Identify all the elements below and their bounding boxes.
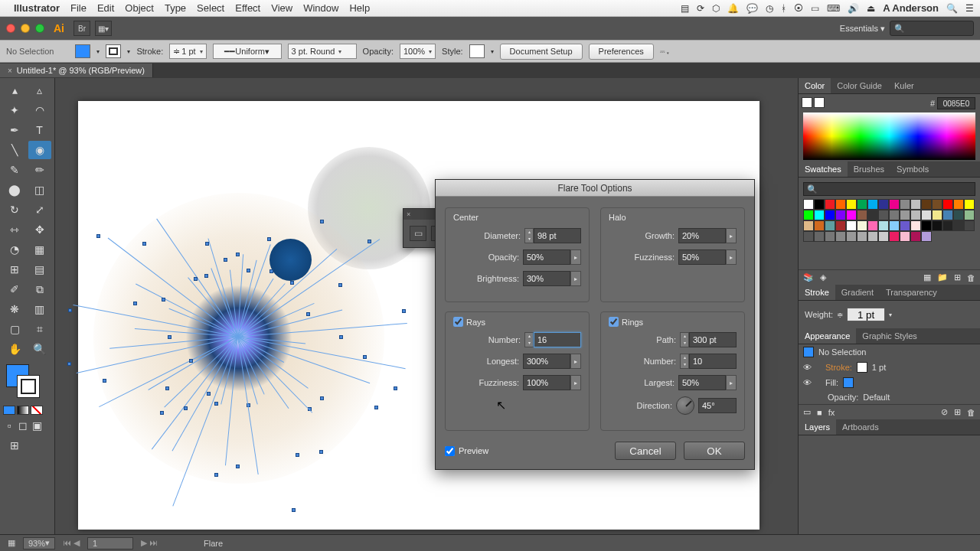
- popover-close-icon[interactable]: ×: [407, 210, 410, 218]
- tab-graphic-styles[interactable]: Graphic Styles: [856, 328, 923, 344]
- halo-fuzziness-input[interactable]: 50%▸: [678, 249, 737, 265]
- swatch[interactable]: [835, 231, 846, 242]
- swatch-grid[interactable]: [803, 199, 975, 242]
- tab-gradient[interactable]: Gradient: [835, 285, 880, 300]
- swatch[interactable]: [825, 210, 835, 220]
- stroke-swatch[interactable]: [106, 44, 121, 58]
- pencil-tool[interactable]: ✏: [28, 161, 51, 179]
- color-spectrum[interactable]: [803, 112, 975, 160]
- rings-direction-dial[interactable]: [676, 396, 694, 415]
- swatch-options-icon[interactable]: ▦: [923, 272, 931, 282]
- document-tab[interactable]: × Untitled-1* @ 93% (RGB/Preview): [0, 64, 153, 77]
- stroke-profile-select[interactable]: ━━ Uniform ▾: [213, 44, 282, 59]
- new-group-icon[interactable]: 📁: [937, 272, 948, 282]
- width-tool[interactable]: ⇿: [3, 220, 26, 239]
- clear-appearance-icon[interactable]: ⊘: [941, 407, 948, 417]
- screen-mode-normal[interactable]: ▫: [3, 419, 15, 432]
- tab-stroke[interactable]: Stroke: [799, 285, 835, 300]
- swatch[interactable]: [835, 210, 846, 220]
- swatch[interactable]: [964, 199, 975, 210]
- add-stroke-icon[interactable]: ▭: [803, 407, 811, 417]
- shape-builder-tool[interactable]: ◔: [3, 240, 26, 259]
- status-time-icon[interactable]: ◷: [766, 3, 773, 14]
- search-input[interactable]: 🔍: [890, 21, 974, 36]
- zoom-tool[interactable]: 🔍: [28, 340, 51, 358]
- swatch[interactable]: [835, 220, 846, 231]
- tab-color[interactable]: Color: [799, 78, 831, 93]
- prev-artboard-icon[interactable]: ◀: [74, 538, 80, 548]
- tab-symbols[interactable]: Symbols: [890, 161, 935, 177]
- rays-checkbox[interactable]: [453, 317, 463, 327]
- screen-mode-full[interactable]: ◻: [17, 419, 29, 432]
- fill-thumb-icon[interactable]: [843, 377, 854, 388]
- swatch[interactable]: [910, 220, 921, 231]
- swatch[interactable]: [857, 210, 867, 220]
- rectangle-tool[interactable]: ▭: [410, 226, 426, 241]
- flare-tool[interactable]: ◉: [28, 141, 51, 159]
- scale-tool[interactable]: ⤢: [28, 201, 51, 219]
- blend-tool[interactable]: ⧉: [28, 280, 51, 298]
- fill-none-icon[interactable]: [802, 97, 812, 108]
- close-button[interactable]: [6, 24, 15, 33]
- zoom-select[interactable]: 93% ▾: [23, 537, 55, 549]
- menu-select[interactable]: Select: [197, 2, 224, 14]
- swatch[interactable]: [910, 210, 921, 220]
- swatch[interactable]: [900, 199, 910, 210]
- menu-edit[interactable]: Edit: [97, 2, 114, 14]
- menu-file[interactable]: File: [70, 2, 87, 14]
- stroke-color[interactable]: [17, 375, 40, 398]
- rings-direction-input[interactable]: 45°: [698, 398, 737, 413]
- swatch[interactable]: [878, 210, 889, 220]
- swatch[interactable]: [814, 210, 825, 220]
- notification-center-icon[interactable]: ☰: [965, 3, 974, 14]
- tab-transparency[interactable]: Transparency: [880, 285, 943, 300]
- menu-window[interactable]: Window: [303, 2, 338, 14]
- swatch[interactable]: [867, 199, 878, 210]
- swatch[interactable]: [846, 231, 857, 242]
- status-chat-icon[interactable]: 💬: [746, 3, 758, 14]
- swatch[interactable]: [953, 220, 964, 231]
- gradient-tool[interactable]: ▤: [28, 260, 51, 279]
- status-wifi-icon[interactable]: ⦿: [794, 3, 803, 14]
- swatch-kind-icon[interactable]: ◈: [820, 272, 826, 282]
- add-fill-icon[interactable]: ■: [817, 408, 822, 417]
- type-tool[interactable]: T: [28, 121, 51, 139]
- fill-swatch[interactable]: [75, 44, 90, 58]
- stroke-weight-input[interactable]: ≑ 1 pt▾: [169, 44, 206, 59]
- swatch[interactable]: [878, 231, 889, 242]
- swatch-search[interactable]: 🔍: [803, 182, 975, 196]
- selection-tool[interactable]: ▴: [3, 81, 26, 99]
- swatch[interactable]: [846, 199, 857, 210]
- rings-path-input[interactable]: ▴▾300 pt: [680, 332, 737, 347]
- color-picker[interactable]: [3, 364, 51, 403]
- swatch[interactable]: [857, 220, 867, 231]
- appearance-stroke-row[interactable]: 👁 Stroke: 1 pt: [799, 360, 980, 375]
- menu-view[interactable]: View: [271, 2, 292, 14]
- swatch[interactable]: [889, 210, 900, 220]
- swatch[interactable]: [889, 199, 900, 210]
- swatch[interactable]: [889, 231, 900, 242]
- slice-tool[interactable]: ⌗: [28, 320, 51, 338]
- swatch[interactable]: [932, 220, 942, 231]
- hex-input[interactable]: [937, 97, 975, 109]
- brush-select[interactable]: 3 pt. Round▾: [288, 44, 357, 59]
- center-brightness-input[interactable]: 30%▸: [523, 271, 581, 286]
- swatch[interactable]: [878, 220, 889, 231]
- swatch[interactable]: [921, 231, 932, 242]
- swatch[interactable]: [835, 199, 846, 210]
- paintbrush-tool[interactable]: ✎: [3, 161, 26, 179]
- duplicate-icon[interactable]: ⊞: [954, 407, 961, 417]
- tab-kuler[interactable]: Kuler: [888, 78, 920, 93]
- swatch[interactable]: [942, 199, 953, 210]
- swatch[interactable]: [953, 199, 964, 210]
- preferences-button[interactable]: Preferences: [589, 44, 654, 60]
- eraser-tool[interactable]: ◫: [28, 181, 51, 199]
- align-icon[interactable]: ⎓▾: [660, 47, 671, 56]
- status-keyboard-icon[interactable]: ⌨: [827, 3, 840, 14]
- swatch-library-icon[interactable]: 📚: [803, 272, 814, 282]
- menu-help[interactable]: Help: [349, 2, 370, 14]
- swatch[interactable]: [825, 220, 835, 231]
- swatch[interactable]: [878, 199, 889, 210]
- ok-button[interactable]: OK: [684, 442, 745, 460]
- next-artboard-icon[interactable]: ▶: [141, 538, 147, 548]
